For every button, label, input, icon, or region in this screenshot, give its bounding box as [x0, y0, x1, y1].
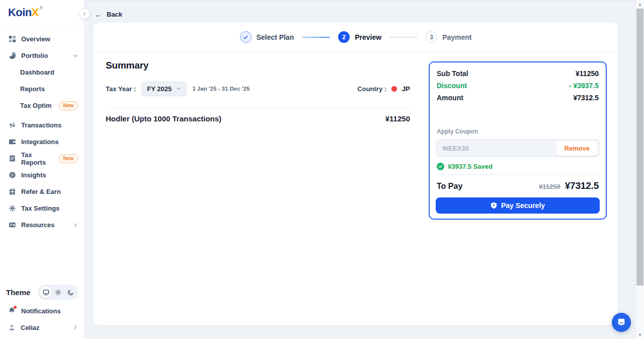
- plan-name: Hodler (Upto 1000 Transactions): [106, 114, 221, 123]
- scroll-up-button[interactable]: ▲: [636, 0, 644, 9]
- order-summary-panel: Sub Total ¥11250 Discount - ¥3937.5 Amou…: [429, 61, 607, 220]
- sidebar-collapse-button[interactable]: ‹: [79, 8, 90, 19]
- checkout-card: Select Plan 2 Preview 3 Payment Summary …: [94, 23, 618, 325]
- user-name: Celiaz: [21, 324, 40, 331]
- sidebar-item-label: Dashboard: [20, 69, 54, 76]
- tax-year-value: FY 2025: [147, 85, 172, 93]
- step-preview[interactable]: 2 Preview: [338, 31, 381, 43]
- step-label: Payment: [442, 33, 471, 41]
- stepper-connector: [389, 37, 418, 38]
- chevron-right-icon: [73, 223, 78, 228]
- pie-chart-icon: [8, 52, 16, 60]
- amount-row: Amount ¥7312.5: [437, 94, 599, 102]
- pay-securely-button[interactable]: Pay Securely: [436, 197, 600, 214]
- sidebar-item-label: Integrations: [21, 138, 58, 146]
- country-label: Country :: [357, 85, 386, 93]
- sidebar-item-label: Overview: [21, 35, 50, 43]
- step-number-badge: 2: [338, 31, 350, 43]
- new-badge: New: [58, 154, 78, 163]
- notification-dot: [14, 306, 17, 309]
- sidebar-item-user[interactable]: Celiaz: [0, 321, 84, 334]
- step-number-badge: 3: [426, 31, 437, 43]
- discount-label: Discount: [437, 82, 467, 90]
- saved-text: ¥3937.5 Saved: [448, 163, 493, 170]
- divider: [94, 52, 618, 52]
- theme-dark-option[interactable]: [65, 286, 77, 298]
- tax-year-select[interactable]: FY 2025: [141, 82, 187, 96]
- sidebar-menu: Overview Portfolio Dashboard Reports Tax…: [0, 31, 84, 233]
- theme-system-option[interactable]: [40, 286, 52, 298]
- japan-flag-icon: [391, 86, 397, 92]
- coupon-saved-row: ¥3937.5 Saved: [437, 163, 493, 170]
- sidebar-item-notifications[interactable]: Notifications: [0, 304, 84, 317]
- sidebar-item-tax-reports[interactable]: Tax Reports New: [0, 150, 84, 167]
- sidebar-item-integrations[interactable]: Integrations: [0, 133, 84, 150]
- divider: [106, 107, 410, 108]
- notifications-label: Notifications: [21, 307, 61, 315]
- grid-icon: [8, 35, 16, 43]
- remove-coupon-button[interactable]: Remove: [556, 141, 597, 156]
- to-pay-label: To Pay: [437, 182, 462, 191]
- sidebar-item-transactions[interactable]: Transactions: [0, 117, 84, 133]
- sidebar-item-reports[interactable]: Reports: [0, 81, 84, 97]
- step-payment[interactable]: 3 Payment: [426, 31, 471, 43]
- scroll-down-button[interactable]: ▼: [636, 330, 644, 339]
- swap-arrows-icon: [8, 121, 16, 129]
- sidebar-item-tax-optimisation[interactable]: Tax Optimisation New: [0, 97, 84, 114]
- sidebar-item-label: Resources: [21, 221, 54, 229]
- coupon-input[interactable]: [437, 145, 556, 152]
- country-code: JP: [402, 85, 410, 93]
- sidebar-item-tax-settings[interactable]: Tax Settings: [0, 200, 84, 217]
- sidebar-item-resources[interactable]: Resources: [0, 217, 84, 233]
- sidebar-item-label: Tax Settings: [21, 205, 59, 212]
- discount-row: Discount - ¥3937.5: [437, 82, 599, 90]
- sidebar-item-insights[interactable]: Insights: [0, 167, 84, 183]
- plan-row: Hodler (Upto 1000 Transactions) ¥11250: [106, 114, 410, 123]
- messenger-icon: [617, 318, 626, 327]
- sidebar-item-dashboard[interactable]: Dashboard: [0, 64, 84, 81]
- tax-year-row: Tax Year : FY 2025 1 Jan '25 - 31 Dec '2…: [106, 81, 410, 96]
- scrollbar-thumb[interactable]: [636, 9, 643, 286]
- chat-launcher-button[interactable]: [612, 313, 631, 332]
- user-icon: [8, 324, 16, 331]
- subtotal-label: Sub Total: [437, 70, 468, 78]
- sidebar-item-portfolio[interactable]: Portfolio: [0, 47, 84, 64]
- pay-button-label: Pay Securely: [501, 201, 545, 210]
- shield-icon: [491, 202, 497, 209]
- back-arrow-icon: ←: [95, 11, 102, 18]
- document-icon: [8, 155, 16, 163]
- plan-price: ¥11250: [385, 114, 410, 123]
- back-button[interactable]: ← Back: [95, 11, 122, 18]
- chevron-down-icon: [176, 86, 181, 91]
- sidebar-item-label: Portfolio: [21, 52, 48, 59]
- sidebar-item-label: Insights: [21, 171, 46, 179]
- theme-toggle[interactable]: [38, 285, 78, 300]
- chevron-down-icon: [73, 53, 78, 58]
- theme-label: Theme: [6, 288, 30, 297]
- to-pay-row: To Pay ¥11250 ¥7312.5: [437, 180, 599, 191]
- insights-icon: [8, 171, 16, 179]
- tax-year-label: Tax Year :: [106, 85, 136, 93]
- sidebar-item-refer-earn[interactable]: Refer & Earn: [0, 183, 84, 200]
- gear-icon: [8, 205, 16, 213]
- logo: KoinX®: [0, 0, 84, 27]
- discount-value: - ¥3937.5: [569, 82, 599, 90]
- subtotal-row: Sub Total ¥11250: [437, 70, 599, 78]
- subtotal-value: ¥11250: [576, 70, 599, 78]
- theme-section: Theme: [6, 285, 78, 300]
- sidebar-item-label: Tax Reports: [21, 151, 51, 166]
- theme-light-option[interactable]: [52, 286, 64, 298]
- amount-label: Amount: [437, 94, 463, 102]
- top-border: [85, 0, 635, 1]
- vertical-scrollbar[interactable]: ▲ ▼: [635, 0, 644, 339]
- step-select-plan[interactable]: Select Plan: [240, 31, 294, 43]
- step-label: Preview: [355, 33, 381, 41]
- sidebar-item-label: Tax Optimisation: [20, 102, 51, 109]
- collapse-chevron-icon: ‹: [84, 11, 86, 17]
- sidebar-item-overview[interactable]: Overview: [0, 31, 84, 47]
- sun-icon: [55, 289, 61, 296]
- sidebar-item-label: Reports: [20, 85, 45, 93]
- check-circle-icon: [240, 31, 252, 43]
- check-circle-icon: [437, 163, 444, 170]
- gift-icon: [8, 188, 16, 196]
